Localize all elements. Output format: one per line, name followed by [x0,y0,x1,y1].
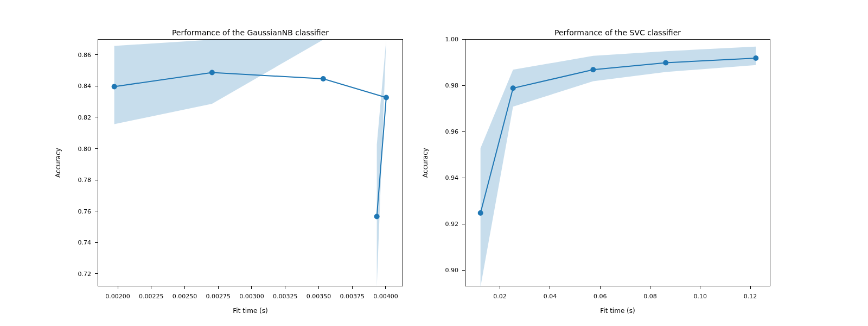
y-tick-label: 0.98 [431,82,458,89]
y-tick-mark [462,131,465,132]
chart-title: Performance of the SVC classifier [465,28,770,37]
y-tick-label: 1.00 [431,36,458,43]
x-tick-label: 0.02 [493,293,507,300]
confidence-band [481,47,756,287]
y-tick-label: 0.90 [431,267,458,274]
x-tick-label: 0.06 [593,293,607,300]
x-tick-mark [700,286,700,289]
y-tick-mark [462,270,465,271]
x-tick-mark [550,286,550,289]
x-tick-label: 0.10 [694,293,707,300]
y-tick-mark [462,85,465,86]
x-tick-mark [650,286,650,289]
y-tick-mark [462,224,465,224]
x-tick-mark [750,286,751,289]
series-marker [510,85,516,91]
x-tick-label: 0.12 [744,293,757,300]
x-axis-label: Fit time (s) [465,307,770,315]
series-marker [590,67,596,72]
series-marker [478,210,483,216]
plot-area [465,40,771,287]
y-axis-label: Accuracy [422,39,429,286]
y-tick-mark [462,178,465,178]
x-tick-label: 0.08 [643,293,657,300]
y-tick-label: 0.94 [431,174,458,181]
y-tick-label: 0.92 [431,221,458,228]
y-tick-label: 0.96 [431,128,458,135]
figure: Performance of the GaussianNB classifier… [0,0,868,326]
axes [465,39,770,286]
x-tick-mark [500,286,500,289]
chart-panel-1: Performance of the SVC classifier0.020.0… [0,0,868,326]
y-tick-mark [462,39,465,40]
series-marker [753,55,758,61]
series-marker [663,60,668,66]
x-tick-label: 0.04 [544,293,557,300]
x-tick-mark [600,286,601,289]
